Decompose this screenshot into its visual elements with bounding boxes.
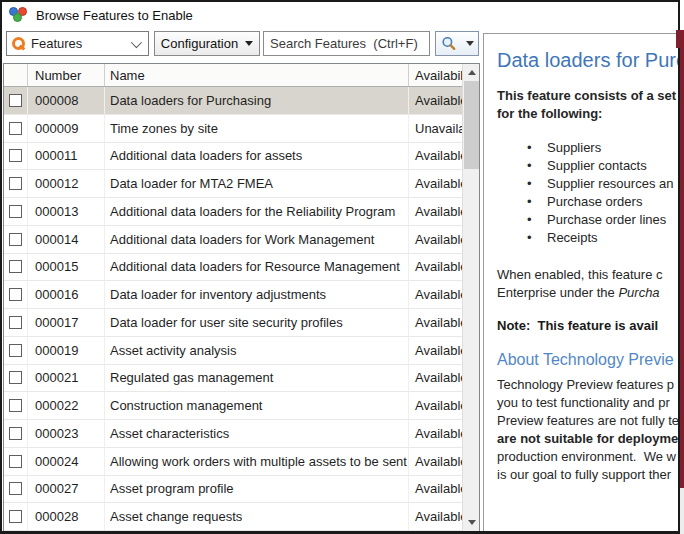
bullet-text: Purchase order lines xyxy=(547,211,666,229)
row-number: 000027 xyxy=(28,476,105,503)
text-line: Preview features are not fully te xyxy=(497,412,684,430)
scroll-up-button[interactable] xyxy=(463,64,480,81)
row-checkbox-cell xyxy=(4,476,28,503)
row-checkbox[interactable] xyxy=(9,260,22,273)
row-number: 000019 xyxy=(28,337,105,364)
row-checkbox-cell xyxy=(4,365,28,392)
search-icon xyxy=(441,36,457,52)
row-checkbox[interactable] xyxy=(9,510,22,523)
search-button[interactable] xyxy=(435,31,463,56)
detail-panel-content: Data loaders for Purchasing This feature… xyxy=(484,34,684,484)
table-row[interactable]: 000016 Data loader for inventory adjustm… xyxy=(4,281,479,309)
row-name: Data loader for user site security profi… xyxy=(105,309,409,336)
row-number: 000021 xyxy=(28,365,105,392)
bullet-marker: • xyxy=(527,193,547,211)
configuration-button[interactable]: Configuration xyxy=(154,31,260,56)
row-number: 000015 xyxy=(28,254,105,281)
detail-panel: Data loaders for Purchasing This feature… xyxy=(483,33,684,532)
row-checkbox-cell xyxy=(4,503,28,530)
chevron-down-icon xyxy=(131,36,142,47)
row-checkbox[interactable] xyxy=(9,149,22,162)
scroll-down-button[interactable] xyxy=(463,514,480,531)
features-dropdown[interactable]: Features xyxy=(6,31,149,56)
search-options-arrow[interactable] xyxy=(462,31,479,56)
features-icon xyxy=(12,37,25,50)
header-number[interactable]: Number xyxy=(28,64,105,86)
row-checkbox[interactable] xyxy=(9,427,22,440)
table-header: Number Name Availability xyxy=(4,64,479,87)
row-checkbox[interactable] xyxy=(9,344,22,357)
table-row[interactable]: 000024 Allowing work orders with multipl… xyxy=(4,448,479,476)
scrollbar-thumb[interactable] xyxy=(464,81,479,169)
title-bar[interactable]: Browse Features to Enable xyxy=(2,2,677,28)
row-name: Additional data loaders for assets xyxy=(105,143,409,170)
bullet-item: •Supplier resources an xyxy=(497,175,684,193)
bullet-text: Supplier contacts xyxy=(547,157,647,175)
text-line: Enterprise under the Purcha xyxy=(497,284,684,302)
row-number: 000028 xyxy=(28,503,105,530)
row-name: Allowing work orders with multiple asset… xyxy=(105,448,409,475)
table-row[interactable]: 000014 Additional data loaders for Work … xyxy=(4,226,479,254)
table-row[interactable]: 000012 Data loader for MTA2 FMEA Availab… xyxy=(4,170,479,198)
window-border-left xyxy=(0,0,2,534)
table-row[interactable]: 000019 Asset activity analysis Available… xyxy=(4,337,479,365)
row-checkbox[interactable] xyxy=(9,94,22,107)
table-row[interactable]: 000021 Regulated gas management Availabl… xyxy=(4,365,479,393)
search-input[interactable] xyxy=(263,31,430,56)
feature-enabled-text: When enabled, this feature cEnterprise u… xyxy=(497,266,684,302)
row-checkbox[interactable] xyxy=(9,122,22,135)
row-checkbox[interactable] xyxy=(9,371,22,384)
row-number: 000017 xyxy=(28,309,105,336)
row-name: Asset program profile xyxy=(105,476,409,503)
row-number: 000023 xyxy=(28,420,105,447)
vertical-scrollbar[interactable] xyxy=(462,64,479,531)
row-name: Additional data loaders for Resource Man… xyxy=(105,254,409,281)
bullet-text: Purchase orders xyxy=(547,193,642,211)
row-checkbox[interactable] xyxy=(9,399,22,412)
row-checkbox-cell xyxy=(4,281,28,308)
row-name: Data loader for MTA2 FMEA xyxy=(105,170,409,197)
row-checkbox-cell xyxy=(4,87,28,114)
row-checkbox-cell xyxy=(4,254,28,281)
table-row[interactable]: 000028 Asset change requests Available f… xyxy=(4,503,479,531)
table-row[interactable]: 000009 Time zones by site Unavailable xyxy=(4,115,479,143)
bullet-item: •Purchase order lines xyxy=(497,211,684,229)
feature-note: Note: This feature is avail xyxy=(497,317,684,335)
bullet-text: Supplier resources an xyxy=(547,175,673,193)
bullet-item: •Receipts xyxy=(497,229,684,247)
background-app-red-block xyxy=(676,30,684,48)
row-checkbox-cell xyxy=(4,392,28,419)
header-checkbox-column xyxy=(4,64,28,86)
text-line: for the following: xyxy=(497,105,684,123)
bullet-text: Suppliers xyxy=(547,139,601,157)
text-line: production environment. We w xyxy=(497,448,684,466)
table-row[interactable]: 000013 Additional data loaders for the R… xyxy=(4,198,479,226)
table-row[interactable]: 000008 Data loaders for Purchasing Avail… xyxy=(4,87,479,115)
table-row[interactable]: 000027 Asset program profile Available xyxy=(4,476,479,504)
table-row[interactable]: 000023 Asset characteristics Available xyxy=(4,420,479,448)
row-checkbox[interactable] xyxy=(9,233,22,246)
row-checkbox[interactable] xyxy=(9,177,22,190)
header-name[interactable]: Name xyxy=(105,64,409,86)
row-checkbox[interactable] xyxy=(9,455,22,468)
row-number: 000011 xyxy=(28,143,105,170)
text-line: you to test functionality and pr xyxy=(497,394,684,412)
arrow-down-icon xyxy=(468,520,476,525)
features-dropdown-label: Features xyxy=(31,36,82,51)
bullet-item: •Suppliers xyxy=(497,139,684,157)
table-row[interactable]: 000022 Construction management Available xyxy=(4,392,479,420)
row-checkbox[interactable] xyxy=(9,482,22,495)
row-checkbox[interactable] xyxy=(9,288,22,301)
table-row[interactable]: 000015 Additional data loaders for Resou… xyxy=(4,254,479,282)
table-row[interactable]: 000017 Data loader for user site securit… xyxy=(4,309,479,337)
bullet-marker: • xyxy=(527,211,547,229)
row-checkbox-cell xyxy=(4,420,28,447)
row-name: Time zones by site xyxy=(105,115,409,142)
table-row[interactable]: 000011 Additional data loaders for asset… xyxy=(4,143,479,171)
row-checkbox[interactable] xyxy=(9,205,22,218)
row-checkbox[interactable] xyxy=(9,316,22,329)
row-number: 000013 xyxy=(28,198,105,225)
row-name: Asset activity analysis xyxy=(105,337,409,364)
row-name: Data loaders for Purchasing xyxy=(105,87,409,114)
row-name: Asset change requests xyxy=(105,503,409,530)
